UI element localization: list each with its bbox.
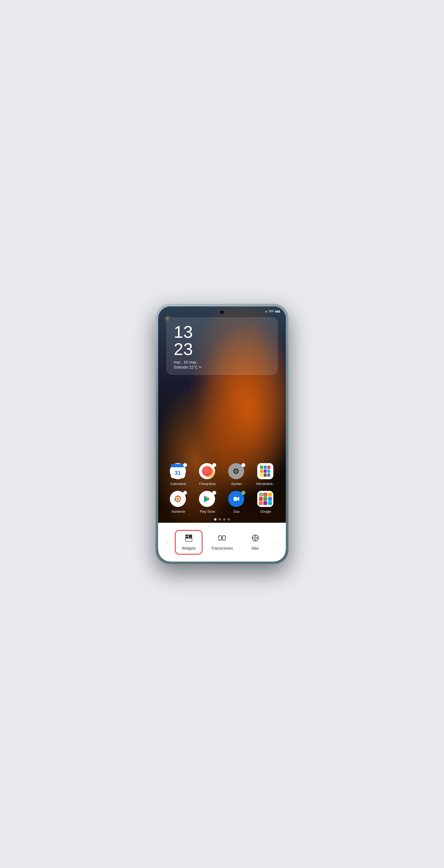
asistente-label: Asistente [172, 510, 185, 514]
svg-point-5 [175, 499, 176, 501]
toolbar-transiciones[interactable]: Transiciones [206, 531, 238, 554]
calendario-label: Calendario [170, 482, 186, 486]
asistente-dot [183, 491, 187, 495]
refresh-icon[interactable]: ↻ [199, 365, 202, 369]
clock-widget: × 13 23 mar., 18 may. Soleado 22°C ↻ [167, 317, 277, 375]
app-google[interactable]: G M [255, 491, 277, 514]
phone-screen: ▲ WiFi ▮▮▮ × 13 23 mar., 18 may. Soleado… [158, 306, 286, 562]
toolbar-widgets[interactable]: Widgets [175, 530, 203, 555]
app-herramientas[interactable]: Herramient... [255, 463, 277, 486]
ajustes-dot [241, 463, 245, 467]
svg-rect-15 [263, 497, 267, 501]
page-dot-2[interactable] [219, 518, 221, 521]
svg-rect-18 [263, 501, 267, 505]
svg-point-28 [254, 537, 257, 539]
clock-hours: 13 [174, 323, 270, 341]
svg-rect-14 [259, 497, 263, 501]
app-asistente[interactable]: Asistente [167, 491, 189, 514]
transiciones-label: Transiciones [211, 546, 233, 551]
svg-rect-16 [268, 497, 272, 501]
duo-label: Duo [233, 510, 239, 514]
mas-icon [251, 534, 259, 544]
bottom-toolbar: ‹ Widgets [158, 523, 286, 562]
svg-point-4 [180, 499, 181, 501]
herramientas-label: Herramient... [256, 482, 275, 486]
app-duo[interactable]: Duo [226, 491, 248, 514]
app-fotografias[interactable]: Fotografías [197, 463, 219, 486]
page-dot-4[interactable] [228, 518, 230, 521]
svg-rect-22 [189, 535, 192, 538]
app-calendario[interactable]: 31 Calendario [167, 463, 189, 486]
svg-rect-23 [185, 538, 192, 541]
widgets-label: Widgets [182, 546, 196, 551]
svg-text:G: G [260, 494, 262, 496]
svg-rect-7 [234, 497, 237, 501]
svg-text:M: M [264, 494, 266, 496]
transiciones-icon [218, 534, 226, 544]
playstore-dot [212, 491, 216, 495]
app-ajustes[interactable]: ⚙ Ajustes [226, 463, 248, 486]
app-row-1: 31 Calendario [164, 463, 280, 486]
wifi-icon: WiFi [269, 310, 274, 313]
page-dot-3[interactable] [223, 518, 225, 521]
widgets-icon [185, 534, 193, 544]
calendario-dot [183, 463, 187, 467]
svg-rect-24 [219, 536, 221, 540]
clock-date: mar., 18 may. [174, 360, 270, 364]
toolbar-left-arrow[interactable]: ‹ [162, 538, 172, 547]
toolbar-mas[interactable]: Más [241, 531, 269, 554]
svg-rect-20 [185, 535, 188, 536]
svg-rect-21 [185, 537, 188, 538]
phone-outer: ▲ WiFi ▮▮▮ × 13 23 mar., 18 may. Soleado… [155, 304, 289, 564]
fotografias-label: Fotografías [199, 482, 216, 486]
google-label: Google [260, 510, 271, 514]
svg-point-2 [177, 498, 179, 500]
svg-rect-19 [268, 501, 272, 505]
clock-minutes: 23 [174, 341, 270, 358]
ajustes-label: Ajustes [231, 482, 242, 486]
mas-label: Más [251, 546, 259, 551]
signal-icon: ▲ [265, 310, 267, 313]
svg-rect-13 [268, 493, 272, 497]
page-dot-1[interactable] [214, 518, 216, 521]
status-icons: ▲ WiFi ▮▮▮ [265, 310, 280, 313]
google-folder-icon: G M [257, 491, 273, 507]
svg-rect-17 [259, 501, 263, 505]
widget-close-button[interactable]: × [165, 316, 171, 322]
app-grid: 31 Calendario [158, 463, 286, 519]
svg-point-3 [177, 495, 179, 497]
clock-weather: Soleado 22°C ↻ [174, 365, 270, 369]
playstore-label: Play Store [200, 510, 215, 514]
app-playstore[interactable]: Play Store [197, 491, 219, 514]
duo-dot [241, 491, 245, 495]
herramientas-icon [257, 463, 273, 479]
svg-rect-25 [223, 536, 225, 540]
fotografias-dot [212, 463, 216, 467]
toolbar-right-arrow[interactable]: › [272, 538, 282, 547]
battery-icon: ▮▮▮ [275, 310, 280, 313]
page-indicators [158, 518, 286, 521]
camera-notch [220, 310, 224, 314]
app-row-2: Asistente [164, 491, 280, 514]
